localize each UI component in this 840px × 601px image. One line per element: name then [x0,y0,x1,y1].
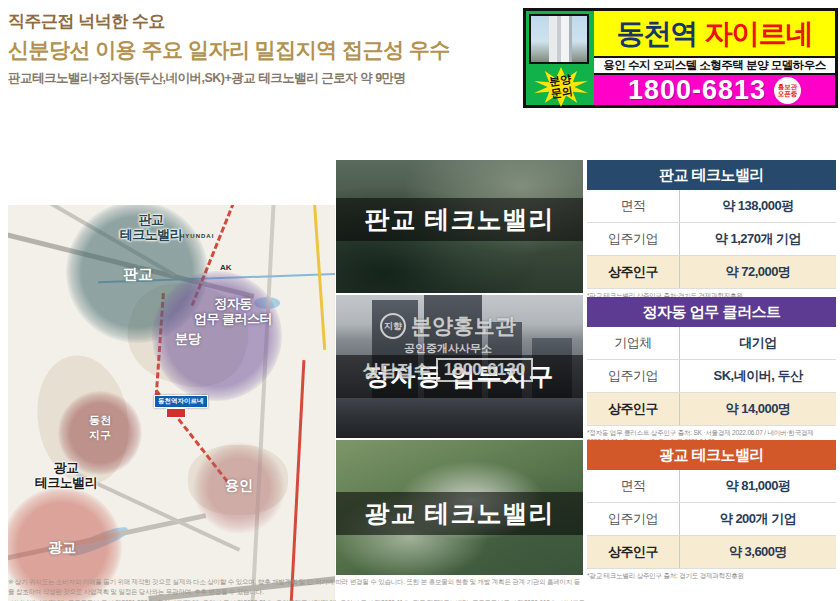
row-value: 약 1,270개 기업 [680,230,836,248]
table-pangyo: 판교 테크노밸리 면적 약 138,000평 입주기업 약 1,270개 기업 … [587,160,836,301]
banner-ad[interactable]: 분양 문의 동천역 자이르네 용인 수지 오피스텔 소형주택 분양 모델하우스 … [523,8,838,108]
banner-phone-band: 1800-6813 홍보관 오픈중 [594,75,835,105]
row-value: 약 3,600명 [680,543,836,561]
map-city-pangyo: 판교 [103,265,173,284]
table-footnote: *광교 테크노밸리 상주인구 출처: 경기도 경제과학진흥원 [587,572,836,581]
table-row: 면적 약 81,000평 [587,470,836,503]
table-pangyo-header: 판교 테크노밸리 [587,160,836,190]
table-jeongja: 정자동 업무 클러스트 기업체 대기업 입주기업 SK,네이버, 두산 상주인구… [587,297,836,447]
table-row-highlight: 상주인구 약 3,600명 [587,536,836,569]
table-row: 기업체 대기업 [587,327,836,360]
row-value: 약 14,000명 [680,400,836,418]
row-label: 상주인구 [587,393,680,425]
banner-inquiry-starburst: 분양 문의 [533,67,589,107]
table-row: 입주기업 약 200개 기업 [587,503,836,536]
headline-description: 판교테크노밸리+정자동(두산,네이버,SK)+광교 테크노밸리 근로자 약 9만… [8,70,406,87]
banner-open-badge: 홍보관 오픈중 [774,77,801,104]
banner-title-band: 동천역 자이르네 [594,11,835,56]
photo-gwanggyo: 광교 테크노밸리 [336,440,583,575]
table-row: 면적 약 138,000평 [587,190,836,223]
banner-station-name: 동천역 [617,15,698,53]
row-value: 약 200개 기업 [680,510,836,528]
headline-subtitle: 신분당선 이용 주요 일자리 밀집지역 접근성 우수 [8,36,450,64]
table-row-highlight: 상주인구 약 72,000명 [587,256,836,289]
table-gwanggyo: 광교 테크노밸리 면적 약 81,000평 입주기업 약 200개 기업 상주인… [587,440,836,581]
row-value: 약 72,000명 [680,263,836,281]
row-label: 면적 [587,470,680,502]
table-jeongja-header: 정자동 업무 클러스트 [587,297,836,327]
row-value: 약 138,000평 [680,197,836,215]
photo-caption-pangyo: 판교 테크노밸리 [336,198,583,241]
map-city-yongin: 용인 [206,477,272,495]
headline-title: 직주근접 넉넉한 수요 [8,10,165,33]
banner-building-photo [529,14,589,64]
photo-pangyo: 판교 테크노밸리 [336,160,583,293]
bottom-disclaimer: ※ 상기 위치도는 소비자의 이해를 돕기 위해 제작한 것으로 실제와 다소 … [8,577,586,601]
row-label: 상주인구 [587,536,680,568]
promo-page: 직주근접 넉넉한 수요 신분당선 이용 주요 일자리 밀집지역 접근성 우수 판… [0,0,840,601]
location-map: 판교 테크노밸리 판교 정자동 업무 클러스터 분당 동천 지구 광교 테크노밸… [8,205,335,601]
table-row-highlight: 상주인구 약 14,000명 [587,393,836,426]
banner-phone-number[interactable]: 1800-6813 [628,75,766,106]
map-road-yellow [313,205,326,350]
map-road [250,205,276,601]
map-landmark-hyundai: HYUNDAI [180,233,214,239]
row-label: 입주기업 [587,223,680,255]
banner-inquiry-label: 분양 문의 [549,74,574,100]
table-row: 입주기업 약 1,270개 기업 [587,223,836,256]
disclaimer-line1: ※ 상기 위치도는 소비자의 이해를 돕기 위해 제작한 것으로 실제와 다소 … [8,577,586,598]
banner-brand-name: 자이르네 [705,15,813,53]
map-shinbundang-line [290,360,306,601]
table-gwanggyo-header: 광교 테크노밸리 [587,440,836,470]
row-value: 대기업 [680,334,836,352]
row-label: 입주기업 [587,503,680,535]
map-label-jeongja-cluster: 정자동 업무 클러스터 [168,297,298,327]
row-label: 상주인구 [587,256,680,288]
map-city-bundang: 분당 [158,330,218,348]
row-label: 기업체 [587,327,680,359]
row-value: 약 81,000평 [680,477,836,495]
photo-jeongja: 정자동 업무지구 [336,295,583,438]
map-station-badge: 동천역자이르네 [154,395,208,408]
map-site-marker [166,408,186,418]
map-label-gwanggyo-tv: 광교 테크노밸리 [8,461,124,491]
row-label: 면적 [587,190,680,222]
map-city-dongcheon: 동천 지구 [68,413,132,443]
table-row: 입주기업 SK,네이버, 두산 [587,360,836,393]
photo-caption-jeongja: 정자동 업무지구 [336,355,583,398]
photo-caption-gwanggyo: 광교 테크노밸리 [336,492,583,535]
banner-subtitle-band: 용인 수지 오피스텔 소형주택 분양 모델하우스 [594,56,835,75]
row-value: SK,네이버, 두산 [680,367,836,385]
map-city-gwanggyo: 광교 [28,539,96,557]
row-label: 입주기업 [587,360,680,392]
map-landmark-ak: AK [220,263,232,272]
